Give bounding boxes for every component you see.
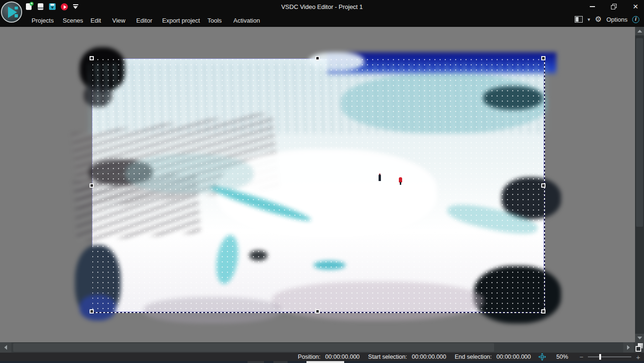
- resize-handle-top-right[interactable]: [541, 56, 545, 60]
- options-button[interactable]: Options: [606, 16, 627, 23]
- scroll-right-button[interactable]: [623, 342, 634, 353]
- info-icon[interactable]: i: [632, 16, 639, 23]
- vertical-scrollbar[interactable]: [635, 27, 644, 342]
- scene-canvas[interactable]: [0, 27, 635, 342]
- resize-handle-mid-left[interactable]: [90, 183, 94, 188]
- minimize-icon: [590, 6, 595, 7]
- menu-bar: Projects Scenes Edit View Editor Export …: [0, 14, 644, 27]
- zoom-percent: 50%: [556, 354, 568, 360]
- status-bar: Position: 00:00:00.000 Start selection: …: [0, 353, 644, 361]
- end-selection-label: End selection:: [454, 354, 492, 360]
- menu-view[interactable]: View: [112, 17, 125, 24]
- save-project-icon[interactable]: [49, 3, 57, 11]
- chevron-down-icon[interactable]: ▾: [587, 16, 590, 23]
- vertical-scrollbar-thumb[interactable]: [636, 38, 643, 227]
- quick-access-dropdown-icon[interactable]: [73, 3, 80, 11]
- resize-handle-top-center[interactable]: [315, 56, 320, 60]
- position-label: Position:: [298, 354, 321, 360]
- resize-handle-mid-right[interactable]: [541, 183, 545, 188]
- scroll-left-button[interactable]: [0, 342, 11, 353]
- close-icon: ×: [633, 3, 638, 10]
- menu-activation[interactable]: Activation: [233, 17, 260, 24]
- grid-dots-overlay: [92, 59, 544, 312]
- arrow-down-icon: [637, 337, 642, 339]
- taskbar-edge-strip: [0, 361, 644, 363]
- title-bar: VSDC Video Editor - Project 1 +: [0, 0, 644, 14]
- gear-icon: ⚙: [595, 16, 602, 23]
- menu-scenes[interactable]: Scenes: [63, 17, 83, 24]
- menu-edit[interactable]: Edit: [91, 17, 101, 24]
- resize-handle-bottom-left[interactable]: [90, 309, 94, 314]
- resize-handle-bottom-right[interactable]: [541, 309, 545, 314]
- resize-handle-bottom-center[interactable]: [315, 309, 320, 314]
- close-button[interactable]: ×: [631, 3, 640, 10]
- zoom-out-icon[interactable]: −: [579, 353, 583, 361]
- zoom-in-icon[interactable]: +: [636, 353, 640, 361]
- scrollbar-corner-widget[interactable]: [635, 342, 644, 353]
- arrow-up-icon: [637, 30, 642, 33]
- arrow-right-icon: [627, 345, 630, 350]
- hiker-red-figure: [399, 177, 402, 182]
- new-project-icon[interactable]: +: [25, 3, 33, 11]
- quick-access-toolbar: +: [25, 3, 80, 11]
- minimize-button[interactable]: [587, 3, 597, 10]
- app-logo-icon[interactable]: [1, 1, 22, 23]
- restore-icon: [611, 4, 617, 9]
- top-right-tools: ▾ ⚙ Options i: [575, 16, 639, 23]
- start-selection-value: 00:00:00.000: [412, 354, 446, 360]
- menu-tools[interactable]: Tools: [207, 17, 222, 24]
- open-project-icon[interactable]: [37, 3, 45, 11]
- restore-button[interactable]: [609, 3, 619, 10]
- arrow-left-icon: [4, 345, 7, 350]
- zoom-slider[interactable]: [588, 354, 631, 360]
- window-controls: ×: [587, 3, 640, 10]
- menu-editor[interactable]: Editor: [136, 17, 152, 24]
- menu-projects[interactable]: Projects: [32, 17, 54, 24]
- export-video-icon[interactable]: [61, 3, 68, 11]
- scroll-up-button[interactable]: [635, 27, 644, 35]
- zoom-slider-handle[interactable]: [599, 354, 601, 360]
- menu-export-project[interactable]: Export project: [162, 17, 200, 24]
- app-window: VSDC Video Editor - Project 1 +: [0, 0, 644, 363]
- horizontal-scrollbar-thumb[interactable]: [13, 343, 494, 352]
- end-selection-value: 00:00:00.000: [496, 354, 531, 360]
- position-value: 00:00:00.000: [325, 354, 360, 360]
- fit-scene-icon[interactable]: [538, 353, 546, 361]
- start-selection-label: Start selection:: [368, 354, 407, 360]
- window-title: VSDC Video Editor - Project 1: [0, 3, 644, 10]
- hiker-dark-figure: [379, 174, 381, 181]
- horizontal-scrollbar[interactable]: [0, 342, 635, 353]
- resize-handle-top-left[interactable]: [90, 56, 94, 60]
- selected-video-object[interactable]: [92, 58, 544, 312]
- layout-panel-icon[interactable]: [575, 16, 583, 23]
- scroll-down-button[interactable]: [635, 334, 644, 342]
